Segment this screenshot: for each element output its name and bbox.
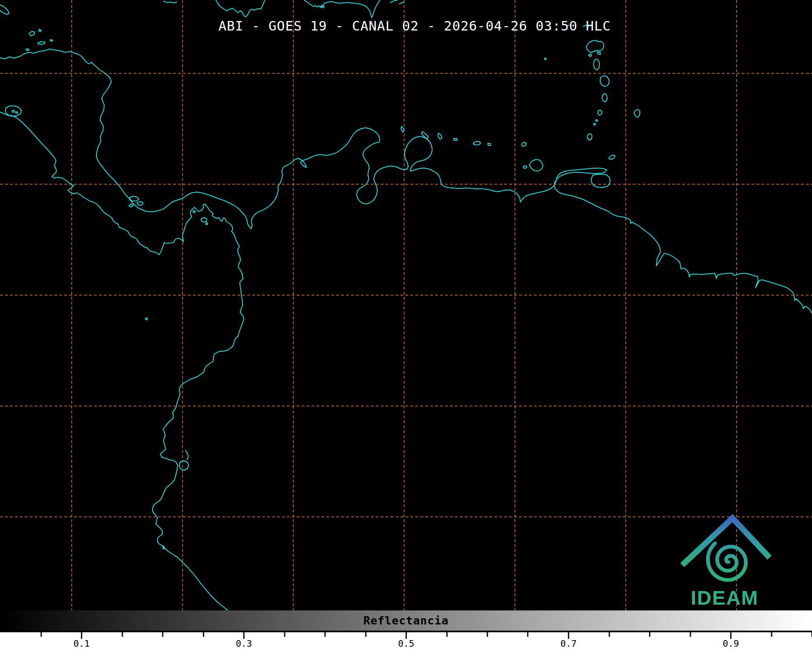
image-title: ABI - GOES 19 - CANAL 02 - 2026-04-26 03… [218, 18, 611, 34]
coastline-pacific-coast [0, 112, 244, 610]
coastline-dominica [594, 59, 599, 70]
colorbar-tick-minor [446, 632, 447, 637]
coastline-san-andres-providencia [29, 29, 41, 36]
colorbar-tick-major [730, 632, 732, 639]
coastline-guadeloupe [586, 40, 604, 56]
coastline-trinidad [591, 174, 610, 188]
colorbar-tick-minor [40, 632, 42, 637]
colorbar-tick-label: 0.5 [398, 638, 414, 649]
coastline-puna-island-guayaquil [179, 451, 189, 470]
colorbar-tick-minor [649, 632, 651, 637]
ideam-logo: IDEAM [676, 511, 775, 610]
coastline-barbados [634, 109, 640, 117]
colorbar-tick-major [406, 632, 407, 639]
colorbar-tick-minor [608, 632, 610, 637]
logo-text: IDEAM [691, 587, 759, 609]
colorbar-tick-major [568, 632, 569, 639]
colorbar-tick-label: 0.1 [73, 638, 90, 649]
colorbar-tick-label: 0.9 [723, 638, 739, 649]
coastline-peru-islet [163, 546, 164, 549]
coastline-malpelo-islet [145, 318, 147, 320]
colorbar-gradient: Reflectancia [0, 610, 812, 631]
coastline-st-lucia [602, 94, 607, 102]
colorbar-tick-major [81, 632, 82, 639]
coastline-la-orchila [488, 143, 491, 145]
coastline-las-aves [454, 138, 457, 140]
coastline-caribbean-mainland-coast [0, 49, 812, 313]
colorbar-tick-minor [325, 632, 326, 637]
coastline-aruba [401, 126, 404, 132]
satellite-image-canvas: ABI - GOES 19 - CANAL 02 - 2026-04-26 03… [0, 0, 812, 650]
colorbar-tick-major [243, 632, 245, 639]
hurricane-spiral-icon [708, 543, 746, 580]
colorbar-label: Reflectancia [0, 614, 812, 627]
coastline-corn-islands [26, 40, 53, 50]
coastline-pearl-islands [193, 211, 208, 225]
coastline-st-vincent [598, 110, 602, 115]
colorbar-tick-minor [203, 632, 204, 637]
coastline-grenadines [594, 120, 598, 125]
colorbar-tick-minor [771, 632, 772, 637]
colorbar-tick-minor [284, 632, 285, 637]
colorbar-tick-label: 0.3 [236, 638, 252, 649]
coastline-hispaniola-south-coast [304, 0, 404, 18]
coastline-la-blanquilla [522, 142, 526, 146]
coastline-grenada [587, 134, 592, 140]
colorbar-tick-minor [162, 632, 164, 637]
colorbar-tick-label: 0.7 [560, 638, 577, 649]
colorbar-tick-minor [690, 632, 691, 637]
colorbar-tick-minor [487, 632, 488, 637]
coastline-bonaire [438, 133, 442, 139]
colorbar-tick-minor [122, 632, 123, 637]
coastline-los-roques [473, 141, 480, 145]
coastline-martinique [600, 76, 609, 87]
coastline-tobago [609, 155, 615, 160]
coastline-jamaica [216, 0, 265, 17]
colorbar: Reflectancia 0.10.30.50.70.9 [0, 610, 812, 650]
coastline-cayman-fragments [164, 1, 177, 3]
coastline-top-left-fragment [0, 5, 9, 14]
colorbar-tick-minor [365, 632, 366, 637]
coastline-lake-nicaragua [5, 106, 21, 116]
colorbar-ticks: 0.10.30.50.70.9 [0, 632, 812, 650]
coastline-margarita [523, 160, 543, 171]
colorbar-tick-minor [527, 632, 529, 637]
